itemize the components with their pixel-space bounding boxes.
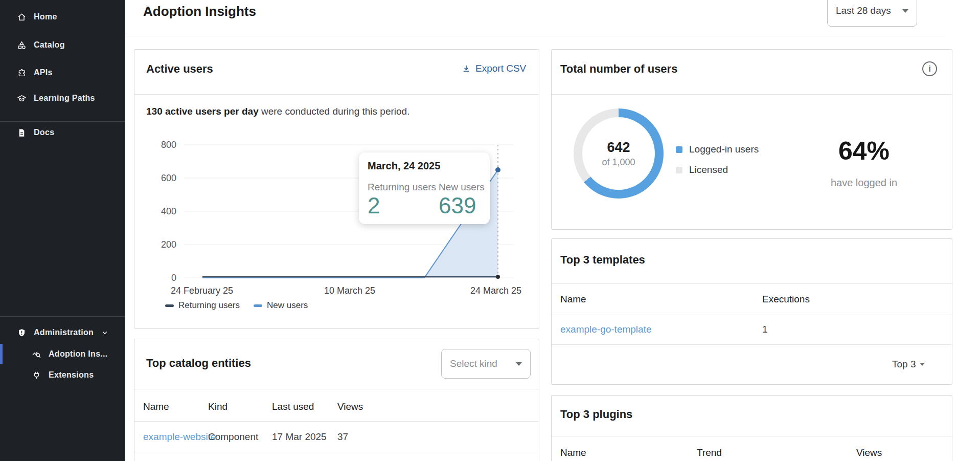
column-header: Name [560, 447, 586, 458]
select-kind-dropdown[interactable]: Select kind [441, 349, 531, 379]
sidebar-item-apis[interactable]: APIs [0, 62, 125, 83]
card-header-divider [134, 94, 539, 95]
column-header: Trend [697, 447, 722, 458]
column-header: Last used [272, 401, 314, 412]
table-divider [134, 452, 539, 452]
sidebar-item-label: Home [34, 12, 57, 21]
puzzle-icon [17, 68, 27, 78]
sidebar-item-learning-paths[interactable]: Learning Paths [0, 88, 125, 108]
tooltip-returning-label: Returning users [368, 182, 436, 193]
donut-center: 642 of 1,000 [582, 117, 655, 190]
sidebar-item-label: Learning Paths [34, 94, 95, 103]
sidebar-item-label: Administration [34, 328, 94, 337]
column-header: Views [856, 447, 882, 458]
legend-item-licensed: Licensed [676, 164, 728, 175]
download-icon [462, 64, 471, 73]
template-link[interactable]: example-go-template [560, 324, 651, 335]
legend-item-logged-in: Logged-in users [676, 144, 759, 155]
active-users-subtitle: 130 active users per day were conducted … [146, 106, 409, 117]
chart-legend: Returning users New users [165, 300, 317, 311]
donut-center-sub: of 1,000 [602, 157, 635, 168]
export-csv-button[interactable]: Export CSV [462, 63, 526, 74]
table-divider [552, 315, 952, 315]
sidebar: Home Catalog APIs Learning Paths Docs Ad… [0, 0, 125, 461]
sidebar-item-extensions[interactable]: Extensions [0, 365, 125, 385]
sidebar-item-administration[interactable]: Administration [0, 322, 125, 343]
entity-link[interactable]: example-website [143, 431, 216, 443]
sidebar-item-adoption-insights[interactable]: Adoption Ins... [0, 344, 125, 364]
plug-icon [32, 370, 41, 380]
caret-down-icon [902, 9, 908, 13]
export-csv-label: Export CSV [475, 63, 526, 74]
entity-kind: Component [208, 431, 258, 443]
donut-chart: 642 of 1,000 [574, 108, 664, 199]
sidebar-divider [0, 316, 125, 317]
sidebar-item-label: APIs [34, 68, 53, 77]
template-executions: 1 [762, 324, 768, 335]
returning-users-swatch [165, 304, 174, 307]
info-icon[interactable]: i [922, 61, 937, 76]
page-title: Adoption Insights [143, 4, 256, 19]
column-header: Name [560, 294, 586, 305]
catalog-icon [17, 40, 27, 50]
top-plugins-card [551, 395, 952, 461]
tooltip-date: March, 24 2025 [368, 160, 440, 172]
total-users-title: Total number of users [560, 62, 677, 76]
logged-in-swatch [676, 146, 682, 153]
column-header: Kind [208, 401, 227, 412]
donut-center-value: 642 [607, 140, 630, 156]
date-range-value: Last 28 days [836, 5, 891, 16]
new-users-point [495, 167, 500, 172]
graduation-cap-icon [17, 94, 27, 103]
sidebar-item-label: Extensions [49, 370, 94, 380]
column-header: Views [337, 401, 363, 412]
tooltip-new-label: New users [439, 182, 485, 193]
top-catalog-title: Top catalog entities [146, 357, 251, 370]
chevron-down-icon[interactable] [100, 328, 109, 337]
sidebar-item-label: Catalog [34, 40, 65, 50]
returning-users-point [496, 275, 500, 279]
sidebar-divider [0, 121, 125, 122]
top-plugins-title: Top 3 plugins [560, 408, 632, 421]
home-icon [17, 12, 27, 22]
logged-in-percent: 64% [813, 136, 915, 166]
x-axis-tick: 10 March 25 [306, 286, 393, 296]
chart-tooltip: March, 24 2025 Returning users New users… [359, 152, 490, 224]
document-icon [17, 128, 27, 138]
sidebar-item-home[interactable]: Home [0, 7, 125, 27]
table-divider [134, 421, 539, 422]
x-axis-tick: 24 March 25 [452, 286, 539, 296]
rows-per-page-select[interactable]: Top 3 [892, 359, 925, 370]
logged-in-percent-sub: have logged in [813, 177, 915, 189]
caret-down-icon [920, 363, 925, 366]
tooltip-new-value: 639 [439, 193, 476, 218]
column-header: Name [143, 401, 169, 412]
card-header-divider [552, 94, 952, 95]
legend-item-new-users[interactable]: New users [267, 300, 308, 311]
entity-last-used: 17 Mar 2025 [272, 431, 327, 443]
licensed-swatch [676, 167, 682, 173]
sidebar-item-docs[interactable]: Docs [0, 122, 125, 143]
top-templates-title: Top 3 templates [560, 253, 645, 267]
sidebar-item-label: Adoption Ins... [49, 349, 108, 359]
query-stats-icon [32, 349, 41, 359]
entity-views: 37 [337, 431, 348, 443]
x-axis-tick: 24 February 25 [158, 286, 245, 296]
card-header-divider [134, 389, 539, 389]
tooltip-returning-value: 2 [368, 193, 380, 218]
shield-exclamation-icon [17, 328, 27, 338]
app-root: Home Catalog APIs Learning Paths Docs Ad… [0, 0, 980, 461]
header-divider [125, 36, 945, 36]
new-users-swatch [254, 304, 262, 307]
legend-item-returning-users[interactable]: Returning users [178, 300, 240, 311]
select-kind-placeholder: Select kind [450, 358, 497, 369]
date-range-select[interactable]: Last 28 days [827, 0, 917, 27]
caret-down-icon [516, 362, 522, 366]
sidebar-item-catalog[interactable]: Catalog [0, 35, 125, 55]
card-header-divider [552, 283, 952, 284]
sidebar-item-label: Docs [34, 128, 54, 137]
column-header: Executions [762, 294, 810, 305]
table-divider [552, 344, 952, 345]
active-users-title: Active users [146, 62, 213, 76]
card-header-divider [552, 436, 952, 436]
